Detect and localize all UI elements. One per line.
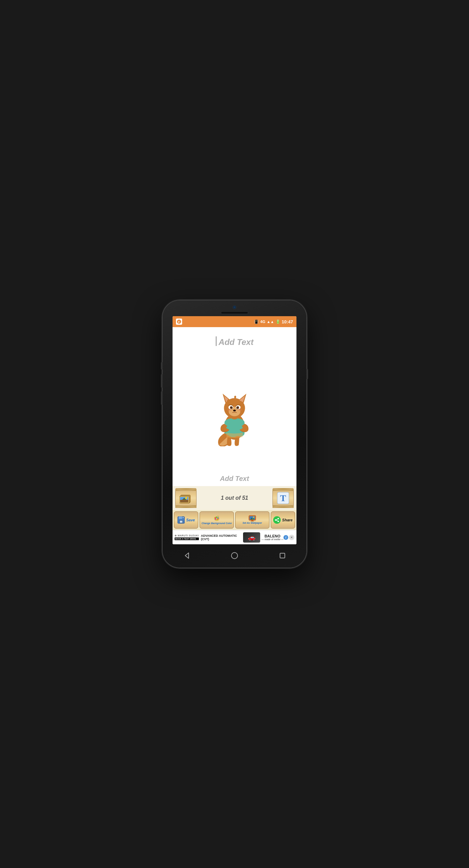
signal-icon: ▲▲ — [267, 320, 274, 324]
text-style-button[interactable]: T — [272, 488, 294, 508]
phone-top — [163, 300, 306, 316]
maruti-brand-logo: ⊛ MARUTI SUZUKI — [175, 534, 199, 537]
share-icon — [273, 516, 281, 524]
svg-point-40 — [217, 519, 218, 520]
fox-svg — [207, 378, 262, 446]
change-background-button[interactable]: Change Background Color — [200, 511, 234, 529]
phone-screen: F 📳 4G ▲▲ 🔋 10:47 Add Text — [173, 316, 296, 544]
set-wallpaper-label: Set As Wallpaper — [242, 522, 262, 524]
svg-text:F: F — [178, 320, 180, 324]
volume-down-button[interactable] — [161, 374, 163, 388]
set-wallpaper-button[interactable]: Set As Wallpaper — [235, 511, 269, 529]
status-left: F — [176, 319, 182, 325]
volume-up-button[interactable] — [161, 362, 163, 370]
back-nav-button[interactable] — [181, 550, 192, 561]
save-button[interactable]: Save — [174, 511, 198, 529]
bottom-nav — [163, 546, 306, 568]
svg-text:T: T — [280, 493, 286, 503]
svg-line-54 — [276, 519, 278, 520]
svg-point-16 — [237, 407, 238, 408]
monitor-icon — [249, 515, 256, 521]
ad-close-button[interactable]: ✕ — [289, 535, 294, 540]
ad-info-icon[interactable]: i — [283, 535, 288, 540]
svg-point-35 — [182, 517, 183, 518]
vibrate-icon: 📳 — [254, 320, 259, 324]
change-background-label: Change Background Color — [202, 522, 232, 525]
save-label: Save — [186, 518, 195, 522]
share-label: Share — [282, 518, 293, 522]
network-label: 4G — [260, 320, 265, 324]
ad-banner[interactable]: ⊛ MARUTI SUZUKI BOOK A TEST DRIVE ADVANC… — [173, 530, 296, 544]
power-button[interactable] — [306, 369, 308, 379]
cursor-indicator — [216, 336, 217, 346]
svg-rect-50 — [251, 521, 254, 521]
recents-nav-button[interactable] — [277, 550, 288, 561]
bottom-add-text-placeholder[interactable]: Add Text — [220, 472, 249, 486]
main-toolbar-row: 1 out of 51 T — [173, 486, 296, 510]
svg-point-19 — [227, 409, 231, 411]
ad-product-name: BALENO — made of mettle — — [262, 534, 283, 541]
svg-point-43 — [217, 516, 219, 518]
phone-device: F 📳 4G ▲▲ 🔋 10:47 Add Text — [163, 300, 306, 568]
home-nav-button[interactable] — [229, 550, 240, 561]
svg-point-17 — [237, 407, 238, 407]
svg-rect-58 — [280, 553, 285, 558]
svg-point-48 — [253, 517, 254, 518]
save-icon — [177, 516, 185, 524]
app-icon: F — [176, 319, 182, 325]
camera-lens — [232, 305, 237, 309]
status-right: 📳 4G ▲▲ 🔋 10:47 — [254, 319, 293, 324]
battery-icon: 🔋 — [276, 320, 280, 324]
camera-button[interactable] — [161, 391, 163, 405]
image-gallery-button[interactable] — [175, 488, 197, 508]
ad-car-image: 🚗 — [243, 532, 260, 543]
speaker-grille — [221, 311, 248, 314]
action-buttons-row: Save — [173, 510, 296, 530]
product-tagline: — made of mettle — — [262, 538, 283, 541]
ad-logo: ⊛ MARUTI SUZUKI BOOK A TEST DRIVE — [175, 534, 199, 540]
svg-point-37 — [215, 517, 216, 519]
share-button[interactable]: Share — [271, 511, 295, 529]
svg-point-27 — [185, 497, 187, 499]
svg-marker-56 — [185, 553, 189, 558]
svg-line-55 — [276, 520, 278, 521]
top-add-text-placeholder[interactable]: Add Text — [219, 333, 254, 350]
svg-point-57 — [231, 553, 238, 559]
counter-display: 1 out of 51 — [221, 495, 248, 501]
svg-rect-32 — [179, 517, 182, 519]
main-content: Add Text — [173, 327, 296, 544]
ad-text: ADVANCED AUTOMATIC (CVT) — [201, 534, 243, 541]
svg-point-18 — [233, 409, 236, 411]
book-test-drive-cta[interactable]: BOOK A TEST DRIVE — [175, 537, 199, 540]
svg-point-12 — [231, 407, 232, 408]
status-bar: F 📳 4G ▲▲ 🔋 10:47 — [173, 316, 296, 327]
svg-point-13 — [232, 407, 232, 407]
svg-point-20 — [238, 409, 242, 411]
fox-illustration-area[interactable] — [200, 352, 269, 472]
palette-icon — [213, 515, 220, 522]
toolbar-area: 1 out of 51 T — [173, 486, 296, 544]
svg-point-41 — [215, 519, 216, 520]
product-label: BALENO — [262, 534, 283, 538]
svg-rect-49 — [251, 520, 253, 521]
svg-rect-26 — [180, 500, 188, 503]
ad-title: ADVANCED AUTOMATIC (CVT) — [201, 534, 243, 541]
svg-rect-34 — [180, 521, 182, 523]
time-display: 10:47 — [282, 319, 293, 324]
